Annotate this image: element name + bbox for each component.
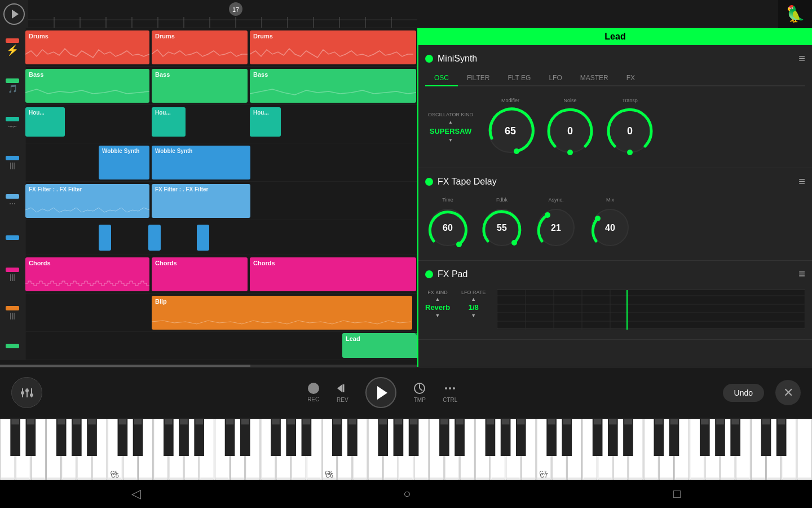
track-block[interactable]: FX Filter : . FX Filter	[152, 184, 250, 218]
fxkind-up-arrow[interactable]: ▲	[435, 296, 440, 302]
track-block[interactable]: Chords	[25, 257, 149, 291]
fxkind-down-arrow[interactable]: ▼	[435, 313, 440, 318]
svg-point-62	[453, 387, 455, 389]
bird-button[interactable]: 🦜	[778, 0, 812, 28]
wobble-icon: |||	[10, 161, 15, 169]
close-button[interactable]: ✕	[775, 380, 801, 405]
block-label: Drums	[253, 33, 273, 40]
fxpad-grid[interactable]	[497, 290, 805, 329]
track-block[interactable]: Wobble Synth	[152, 146, 250, 179]
fxtapedelay-active-dot[interactable]	[425, 178, 433, 186]
track-block[interactable]	[197, 225, 209, 251]
tab-filter[interactable]: FILTER	[458, 71, 498, 86]
timeline-bar[interactable]: 17	[28, 0, 778, 28]
track-block[interactable]: FX Filter : . FX Filter	[25, 184, 149, 218]
osc-knobs-row: OSCILLATOR KIND ▲ SUPERSAW ▼ Modifier	[425, 93, 805, 161]
track-content-fxfilter[interactable]: FX Filter : . FX Filter FX Filter : . FX…	[25, 182, 417, 220]
track-content-lead[interactable]: Lead	[25, 332, 417, 360]
async-knob[interactable]: 21	[533, 205, 579, 250]
svg-point-61	[449, 387, 451, 389]
track-block[interactable]	[148, 225, 161, 251]
track-block[interactable]: Chords	[152, 257, 248, 291]
back-button[interactable]: ◁	[131, 487, 141, 501]
track-block[interactable]: Chords	[250, 257, 416, 291]
svg-text:55: 55	[497, 223, 507, 233]
track-block[interactable]: Drums	[250, 30, 416, 64]
noise-knob[interactable]: 0	[545, 106, 595, 156]
track-color-lead	[6, 344, 19, 348]
track-block[interactable]: Hou...	[250, 107, 281, 137]
block-label: Drums	[155, 33, 175, 40]
track-content-blip[interactable]: Blip	[25, 294, 417, 331]
svg-point-29	[456, 242, 462, 247]
osc-down-arrow[interactable]: ▼	[448, 138, 453, 143]
mixer-button[interactable]	[11, 377, 42, 408]
lead-header: Lead	[418, 28, 812, 45]
track-content-small[interactable]	[25, 220, 417, 255]
track-block[interactable]: Drums	[152, 30, 248, 64]
recents-button[interactable]: □	[673, 487, 681, 501]
fxtapedelay-menu-button[interactable]: ≡	[798, 175, 805, 188]
minisynth-menu-button[interactable]: ≡	[798, 52, 805, 65]
track-color-blip	[6, 306, 19, 310]
mix-knob[interactable]: 40	[588, 205, 633, 250]
track-content-drums[interactable]: Drums Drums	[25, 28, 417, 66]
lforate-down-arrow[interactable]: ▼	[471, 313, 476, 318]
synth-modules-scroll[interactable]: MiniSynth ≡ OSC FILTER FLT EG LFO MASTER…	[418, 45, 812, 367]
lforate-up-arrow[interactable]: ▲	[471, 296, 476, 302]
piano-keyboard[interactable]: // We'll draw white keys in the actual s…	[0, 418, 812, 480]
track-color-bass	[6, 78, 19, 83]
play-pause-button[interactable]	[365, 377, 396, 408]
track-controls-blip: |||	[0, 294, 25, 331]
track-content-chords[interactable]: Chords Chords Chords	[25, 255, 417, 293]
modifier-knob[interactable]: 65	[485, 106, 536, 156]
time-knob[interactable]: 60	[425, 205, 470, 250]
transp-knob[interactable]: 0	[604, 106, 655, 156]
lforate-label: LFO RATE	[461, 290, 486, 295]
undo-button[interactable]: Undo	[723, 384, 764, 402]
track-block[interactable]	[99, 225, 111, 251]
piano-canvas[interactable]	[0, 419, 812, 480]
svg-point-52	[21, 391, 24, 395]
track-row	[0, 220, 417, 255]
fdbk-knob[interactable]: 55	[479, 205, 524, 250]
track-block[interactable]: Drums	[25, 30, 149, 64]
fxpad-controls: FX KIND ▲ Reverb ▼ LFO RATE ▲ 1/8 ▼	[425, 286, 805, 332]
lforate-value: 1/8	[469, 303, 479, 312]
tmp-button[interactable]: TMP	[413, 382, 426, 403]
track-block[interactable]: Blip	[152, 296, 412, 330]
track-block[interactable]: Wobble Synth	[99, 146, 149, 179]
home-button[interactable]: ○	[403, 487, 411, 501]
track-block[interactable]: Bass	[250, 69, 416, 103]
track-content-wobble[interactable]: Wobble Synth Wobble Synth	[25, 143, 417, 181]
ctrl-button[interactable]: CTRL	[443, 382, 457, 403]
tab-flteg[interactable]: FLT EG	[498, 71, 540, 86]
block-label: Lead	[346, 335, 360, 342]
tab-osc[interactable]: OSC	[425, 71, 458, 86]
fdbk-label: Fdbk	[496, 197, 508, 203]
svg-text:65: 65	[505, 125, 516, 137]
blip-icon: |||	[10, 312, 15, 319]
tab-lfo[interactable]: LFO	[540, 71, 571, 86]
minisynth-active-dot[interactable]	[425, 55, 433, 63]
top-play-button[interactable]	[0, 0, 28, 28]
osc-up-arrow[interactable]: ▲	[448, 120, 453, 125]
track-content-house[interactable]: Hou... Hou... Hou...	[25, 105, 417, 143]
track-content-bass[interactable]: Bass Bass Bass	[25, 67, 417, 104]
track-block[interactable]: Hou...	[25, 107, 65, 137]
track-block[interactable]: Lead	[342, 333, 417, 358]
fxpad-menu-button[interactable]: ≡	[798, 268, 805, 281]
block-label: Hou...	[253, 110, 269, 116]
block-label: FX Filter : . FX Filter	[29, 186, 82, 192]
fxpad-active-dot[interactable]	[425, 270, 433, 278]
track-row: ||| Chords Chords	[0, 255, 417, 294]
rev-button[interactable]: REV	[336, 382, 348, 403]
rec-button[interactable]: REC	[307, 383, 319, 402]
tab-master[interactable]: MASTER	[571, 71, 617, 86]
track-controls-bass: 🎵	[0, 67, 25, 104]
tab-fx[interactable]: FX	[617, 71, 644, 86]
track-block[interactable]: Hou...	[152, 107, 186, 137]
track-block[interactable]: Bass	[152, 69, 248, 103]
track-block[interactable]: Bass	[25, 69, 149, 103]
drum-icon: ⚡	[6, 44, 19, 56]
